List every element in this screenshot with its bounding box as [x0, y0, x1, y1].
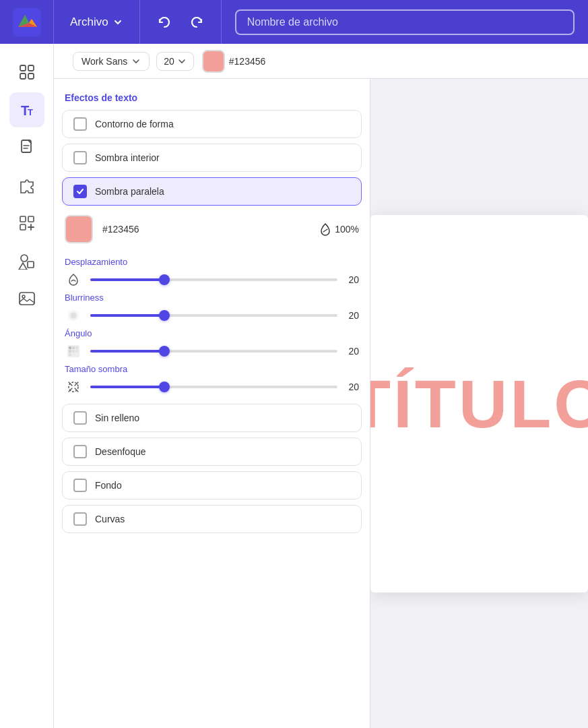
slider-value-blurriness: 20	[346, 310, 359, 321]
canvas-title: TÍTULO	[370, 370, 588, 437]
slider-track-blurriness[interactable]	[90, 314, 337, 317]
slider-row-blurriness: 20	[65, 307, 359, 324]
slider-label-angulo: Ángulo	[65, 328, 359, 338]
desplazamiento-icon	[65, 271, 82, 289]
main-layout: T T	[0, 44, 588, 728]
svg-rect-31	[75, 350, 78, 353]
canvas-page: TÍTULO	[370, 215, 588, 593]
slider-track-angulo[interactable]	[90, 350, 337, 353]
slider-value-tamano: 20	[346, 382, 359, 392]
effect-sin-relleno[interactable]: Sin relleno	[62, 404, 362, 432]
svg-rect-32	[69, 353, 71, 356]
shadow-color-swatch[interactable]	[65, 215, 93, 243]
shadow-opacity-value: 100%	[335, 224, 359, 235]
slider-row-tamano: 20	[65, 378, 359, 396]
slider-value-desplazamiento: 20	[346, 274, 359, 285]
svg-rect-27	[72, 346, 75, 349]
svg-rect-4	[28, 73, 34, 79]
checkmark-icon	[76, 187, 84, 195]
svg-rect-16	[20, 293, 34, 305]
image-icon	[18, 290, 36, 307]
effect-label-sombra-interior: Sombra interior	[95, 152, 160, 163]
svg-line-20	[323, 229, 327, 232]
document-icon	[18, 139, 36, 156]
components-icon	[18, 214, 36, 232]
filename-input[interactable]	[235, 9, 575, 35]
slider-label-blurriness: Blurriness	[65, 293, 359, 303]
checkbox-contorno[interactable]	[73, 117, 87, 131]
checkbox-sombra-interior[interactable]	[73, 151, 87, 164]
checkbox-sombra-paralela[interactable]	[73, 185, 87, 198]
file-label: Archivo	[70, 16, 108, 29]
logo-area	[0, 0, 54, 44]
redo-icon	[189, 13, 206, 31]
effect-sombra-interior[interactable]: Sombra interior	[62, 144, 362, 172]
svg-rect-3	[20, 73, 26, 79]
svg-point-17	[22, 295, 25, 298]
effects-panel: Efectos de texto Contorno de forma Sombr…	[54, 44, 370, 728]
app-logo	[13, 8, 41, 36]
checkbox-curvas[interactable]	[73, 512, 87, 526]
sidebar-item-components[interactable]	[9, 206, 44, 241]
text-icon: T T	[18, 101, 36, 119]
sidebar-item-shapes[interactable]	[9, 243, 44, 278]
svg-rect-14	[28, 262, 34, 268]
slider-label-desplazamiento: Desplazamiento	[65, 257, 359, 267]
sidebar-item-plugins[interactable]	[9, 168, 44, 203]
effect-label-sin-relleno: Sin relleno	[95, 413, 139, 423]
slider-row-desplazamiento: 20	[65, 271, 359, 289]
chevron-down-icon	[112, 17, 123, 28]
svg-rect-2	[28, 65, 34, 71]
sliders-section: Desplazamiento 20 Blurriness	[54, 250, 370, 401]
redo-button[interactable]	[185, 9, 210, 35]
svg-rect-26	[69, 346, 71, 349]
svg-rect-12	[20, 224, 26, 230]
checkbox-sin-relleno[interactable]	[73, 411, 87, 425]
svg-rect-29	[69, 350, 71, 353]
effect-sombra-paralela[interactable]: Sombra paralela	[62, 177, 362, 206]
effect-curvas[interactable]: Curvas	[62, 505, 362, 533]
undo-button[interactable]	[151, 9, 176, 35]
svg-rect-10	[20, 216, 26, 222]
sidebar-item-document[interactable]	[9, 130, 44, 165]
effect-label-fondo: Fondo	[95, 480, 122, 491]
effect-label-desenfoque: Desenfoque	[95, 446, 146, 457]
svg-rect-28	[75, 346, 78, 349]
undo-icon	[155, 13, 172, 31]
effect-label-curvas: Curvas	[95, 514, 125, 524]
effect-fondo[interactable]: Fondo	[62, 471, 362, 499]
effect-label-contorno: Contorno de forma	[95, 119, 174, 129]
file-menu[interactable]: Archivo	[54, 0, 140, 44]
angulo-icon	[65, 342, 82, 360]
nav-actions	[140, 0, 222, 44]
slider-track-tamano[interactable]	[90, 386, 337, 388]
shadow-opacity: 100%	[319, 222, 359, 236]
blurriness-icon	[65, 307, 82, 324]
top-nav: Archivo	[0, 0, 588, 44]
grid-icon	[18, 63, 36, 81]
svg-rect-1	[20, 65, 26, 71]
sidebar: T T	[0, 44, 54, 728]
shadow-hex-value: #123456	[102, 224, 139, 235]
slider-track-desplazamiento[interactable]	[90, 278, 337, 281]
effect-label-sombra-paralela: Sombra paralela	[95, 186, 164, 197]
effect-contorno[interactable]: Contorno de forma	[62, 110, 362, 138]
checkbox-desenfoque[interactable]	[73, 445, 87, 458]
svg-point-24	[67, 309, 80, 322]
slider-row-angulo: 20	[65, 342, 359, 360]
svg-rect-30	[72, 350, 75, 353]
canvas-area: Work Sans 20 #123456 TÍTULO	[370, 44, 588, 728]
shapes-icon	[18, 252, 36, 270]
svg-rect-11	[28, 216, 34, 222]
svg-point-13	[21, 255, 28, 262]
slider-label-tamano: Tamaño sombra	[65, 364, 359, 374]
shadow-color-row: #123456 100%	[54, 208, 370, 250]
sidebar-item-grid[interactable]	[9, 55, 44, 90]
section-label: Efectos de texto	[54, 84, 370, 107]
sidebar-item-image[interactable]	[9, 281, 44, 316]
svg-text:T: T	[28, 107, 33, 117]
checkbox-fondo[interactable]	[73, 479, 87, 492]
effect-desenfoque[interactable]: Desenfoque	[62, 437, 362, 466]
sidebar-item-text[interactable]: T T	[9, 92, 44, 127]
svg-marker-15	[19, 263, 27, 270]
